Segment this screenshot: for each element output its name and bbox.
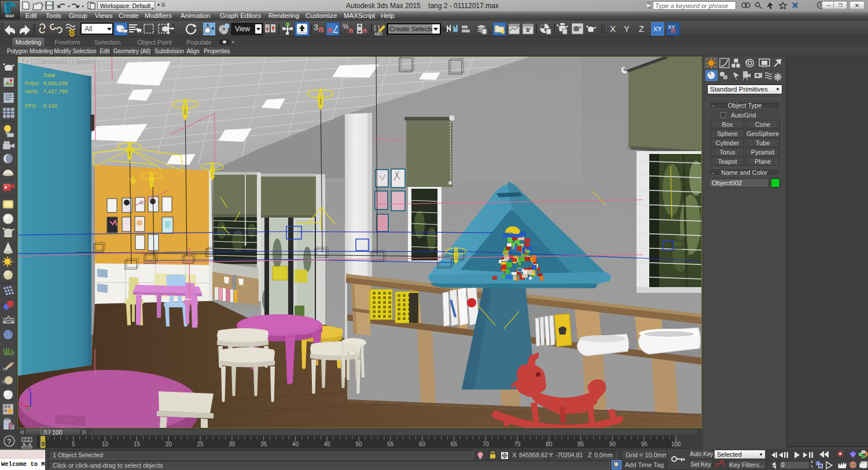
svg-text:25: 25 bbox=[197, 441, 204, 447]
svg-text:35: 35 bbox=[260, 441, 267, 447]
svg-text:0: 0 bbox=[41, 441, 45, 447]
svg-text:80: 80 bbox=[546, 441, 553, 447]
svg-text:Polys:: Polys: bbox=[25, 80, 40, 86]
svg-text:40: 40 bbox=[292, 441, 299, 447]
svg-text:Verts:: Verts: bbox=[25, 88, 39, 94]
svg-text:60: 60 bbox=[419, 441, 426, 447]
svg-text:50: 50 bbox=[355, 441, 362, 447]
svg-text:FPS:: FPS: bbox=[25, 102, 37, 109]
svg-text:z: z bbox=[28, 387, 31, 392]
svg-text:100: 100 bbox=[671, 441, 681, 447]
svg-text:20: 20 bbox=[165, 441, 172, 447]
svg-text:HF: HF bbox=[3, 367, 8, 371]
svg-text:70: 70 bbox=[483, 441, 490, 447]
svg-text:?: ? bbox=[7, 437, 12, 446]
svg-text:0: 0 bbox=[781, 462, 785, 468]
svg-text:%: % bbox=[343, 23, 349, 31]
svg-text:XY: XY bbox=[653, 25, 662, 32]
svg-text:30: 30 bbox=[229, 441, 236, 447]
svg-text:Y: Y bbox=[624, 24, 630, 34]
svg-text:All: All bbox=[84, 25, 92, 33]
svg-text:15: 15 bbox=[134, 441, 141, 447]
svg-text:0x: 0x bbox=[2, 380, 7, 384]
svg-text:View: View bbox=[235, 25, 250, 33]
svg-text:65: 65 bbox=[451, 441, 458, 447]
svg-text:X: X bbox=[610, 24, 616, 34]
svg-text:8.140: 8.140 bbox=[43, 102, 57, 109]
svg-text:MAX: MAX bbox=[6, 14, 14, 18]
svg-text:45: 45 bbox=[324, 441, 331, 447]
svg-text:90: 90 bbox=[609, 441, 616, 447]
svg-text:75: 75 bbox=[514, 441, 521, 447]
svg-text:7,427,780: 7,427,780 bbox=[43, 88, 68, 94]
svg-text:ABC: ABC bbox=[374, 32, 382, 36]
svg-text:95: 95 bbox=[641, 441, 648, 447]
svg-text:[ + ] [ Camera003 ] [ Shaded ]: [ + ] [ Camera003 ] [ Shaded ] bbox=[23, 58, 99, 65]
svg-text:3: 3 bbox=[314, 23, 318, 32]
svg-text:Total: Total bbox=[43, 72, 55, 78]
svg-text:55: 55 bbox=[387, 441, 394, 447]
svg-text:Z: Z bbox=[639, 24, 644, 34]
svg-text:8,835,039: 8,835,039 bbox=[43, 80, 68, 86]
svg-text:x: x bbox=[20, 401, 23, 406]
svg-text:10: 10 bbox=[102, 441, 109, 447]
svg-text:85: 85 bbox=[578, 441, 584, 447]
svg-text:5: 5 bbox=[72, 441, 75, 447]
